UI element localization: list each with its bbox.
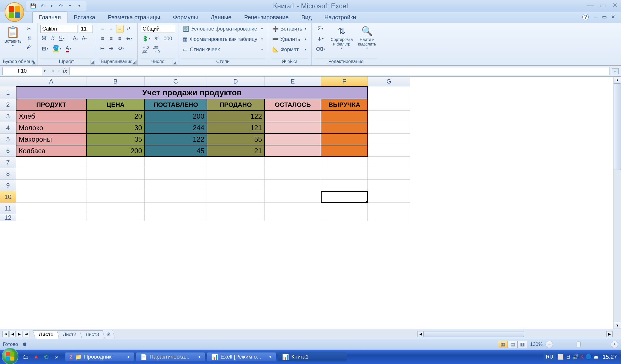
cell-F9[interactable] xyxy=(321,180,368,191)
scroll-up-icon[interactable]: ▲ xyxy=(614,77,621,84)
first-sheet-button[interactable]: ⏮ xyxy=(2,331,9,337)
cancel-formula-icon[interactable]: ✕ xyxy=(51,69,54,73)
shrink-font-button[interactable]: A▾ xyxy=(80,35,88,42)
row-header-2[interactable]: 2 xyxy=(0,99,16,111)
doc-minimize-button[interactable]: — xyxy=(593,14,598,20)
redo-dropdown-icon[interactable]: ▼ xyxy=(66,2,74,10)
cell-A5[interactable]: Макороны xyxy=(16,134,86,145)
decrease-indent-button[interactable]: ⇤ xyxy=(99,44,106,52)
font-launcher-icon[interactable]: ◢ xyxy=(90,60,95,65)
cell-A10[interactable] xyxy=(16,191,86,203)
taskbar-item-0[interactable]: 2📁Проводник ▼ xyxy=(65,352,134,362)
cell-B8[interactable] xyxy=(86,168,145,180)
grow-font-button[interactable]: A▴ xyxy=(71,35,79,42)
cell-D7[interactable] xyxy=(207,157,265,168)
cell-D6[interactable]: 21 xyxy=(207,145,265,157)
title-cell[interactable]: Учет продажи продуктов xyxy=(16,86,368,99)
minimize-button[interactable]: — xyxy=(587,2,594,9)
italic-button[interactable]: К xyxy=(49,35,56,42)
cell-A9[interactable] xyxy=(16,180,86,191)
tab-formulas[interactable]: Формулы xyxy=(167,12,204,23)
cell-A7[interactable] xyxy=(16,157,86,168)
cell-A8[interactable] xyxy=(16,168,86,180)
tab-addins[interactable]: Надстройки xyxy=(318,12,363,23)
cell-G2[interactable] xyxy=(368,99,410,111)
cell-C11[interactable] xyxy=(145,203,207,214)
cell-E3[interactable] xyxy=(265,111,321,122)
enter-formula-icon[interactable]: ✓ xyxy=(57,69,60,73)
format-cells-button[interactable]: 📐Формат ▼ xyxy=(271,46,308,54)
ql-icon-1[interactable]: 🗂 xyxy=(21,352,30,362)
tab-home[interactable]: Главная xyxy=(32,12,67,23)
tray-antivirus-icon[interactable]: K xyxy=(580,354,584,360)
scroll-down-icon[interactable]: ▼ xyxy=(614,322,621,329)
orientation-button[interactable]: ⟲ ▼ xyxy=(116,44,126,52)
cell-G4[interactable] xyxy=(368,122,410,134)
cell-G8[interactable] xyxy=(368,168,410,180)
insert-cells-button[interactable]: ➕Вставить ▼ xyxy=(271,25,308,33)
cell-G3[interactable] xyxy=(368,111,410,122)
tab-data[interactable]: Данные xyxy=(204,12,238,23)
conditional-format-button[interactable]: 🔢Условное форматирование ▼ xyxy=(181,25,265,33)
cell-F5[interactable] xyxy=(321,134,368,145)
cell-A2[interactable]: ПРОДУКТ xyxy=(16,99,86,111)
font-color-button[interactable]: A ▼ xyxy=(64,44,73,53)
row-header-9[interactable]: 9 xyxy=(0,180,16,191)
col-header-F[interactable]: F xyxy=(321,77,368,86)
row-header-8[interactable]: 8 xyxy=(0,168,16,180)
copy-button[interactable]: ⎘ xyxy=(25,34,33,42)
hscroll-thumb[interactable] xyxy=(424,331,524,337)
col-header-E[interactable]: E xyxy=(265,77,321,86)
ql-icon-2[interactable]: 🔺 xyxy=(32,352,40,362)
cell-B5[interactable]: 35 xyxy=(86,134,145,145)
align-center-button[interactable]: ≡ xyxy=(107,35,115,43)
row-header-10[interactable]: 10 xyxy=(0,191,16,203)
cell-C10[interactable] xyxy=(145,191,207,203)
select-all-corner[interactable] xyxy=(0,77,16,86)
sheet-tab-3[interactable]: Лист3 xyxy=(80,330,105,339)
tray-icon-5[interactable]: 🔵 xyxy=(586,354,592,360)
cell-E10[interactable] xyxy=(265,191,321,203)
cell-A11[interactable] xyxy=(16,203,86,214)
taskbar-item-1[interactable]: 📄Парактическа... ▼ xyxy=(136,352,205,362)
percent-button[interactable]: % xyxy=(154,35,161,43)
redo-button[interactable]: ↷ xyxy=(57,2,65,10)
row-header-6[interactable]: 6 xyxy=(0,145,16,157)
cell-G5[interactable] xyxy=(368,134,410,145)
ql-icon-4[interactable]: » xyxy=(52,352,61,362)
col-header-D[interactable]: D xyxy=(207,77,265,86)
comma-button[interactable]: 000 xyxy=(162,35,174,43)
ql-icon-3[interactable]: © xyxy=(42,352,51,362)
cell-C7[interactable] xyxy=(145,157,207,168)
cell-G6[interactable] xyxy=(368,145,410,157)
increase-indent-button[interactable]: ⇥ xyxy=(107,44,115,52)
font-size-input[interactable] xyxy=(79,25,93,33)
language-indicator[interactable]: RU xyxy=(543,353,556,361)
undo-dropdown-icon[interactable]: ▼ xyxy=(48,2,55,10)
format-as-table-button[interactable]: ▦Форматировать как таблицу ▼ xyxy=(181,35,265,43)
cell-B11[interactable] xyxy=(86,203,145,214)
horizontal-scrollbar[interactable]: ◀ ▶ xyxy=(417,331,613,337)
cell-D9[interactable] xyxy=(207,180,265,191)
next-sheet-button[interactable]: ▶ xyxy=(16,331,22,337)
cell-D11[interactable] xyxy=(207,203,265,214)
new-sheet-button[interactable]: ✳ xyxy=(102,330,115,339)
clear-button[interactable]: ⌫ ▼ xyxy=(314,45,327,53)
cell-styles-button[interactable]: ▭Стили ячеек ▼ xyxy=(181,46,265,54)
qat-customize-icon[interactable]: ▼ xyxy=(75,2,83,10)
format-painter-button[interactable]: 🖌 xyxy=(25,43,33,51)
taskbar-item-2[interactable]: 📊Exell [Режим о... ▼ xyxy=(207,352,276,362)
close-button[interactable]: ✕ xyxy=(612,2,618,9)
cell-B12[interactable] xyxy=(86,214,145,221)
align-left-button[interactable]: ≡ xyxy=(99,35,106,43)
cell-F12[interactable] xyxy=(321,214,368,221)
delete-cells-button[interactable]: ➖Удалить ▼ xyxy=(271,35,308,43)
zoom-thumb[interactable] xyxy=(577,342,581,347)
cell-F6[interactable] xyxy=(321,145,368,157)
increase-decimal-button[interactable]: ←,0,00 xyxy=(141,44,150,55)
normal-view-button[interactable]: ▦ xyxy=(498,341,508,348)
cell-C4[interactable]: 244 xyxy=(145,122,207,134)
prev-sheet-button[interactable]: ◀ xyxy=(9,331,16,337)
tray-icon-6[interactable]: ⏏ xyxy=(594,354,599,360)
scroll-left-icon[interactable]: ◀ xyxy=(417,331,424,337)
